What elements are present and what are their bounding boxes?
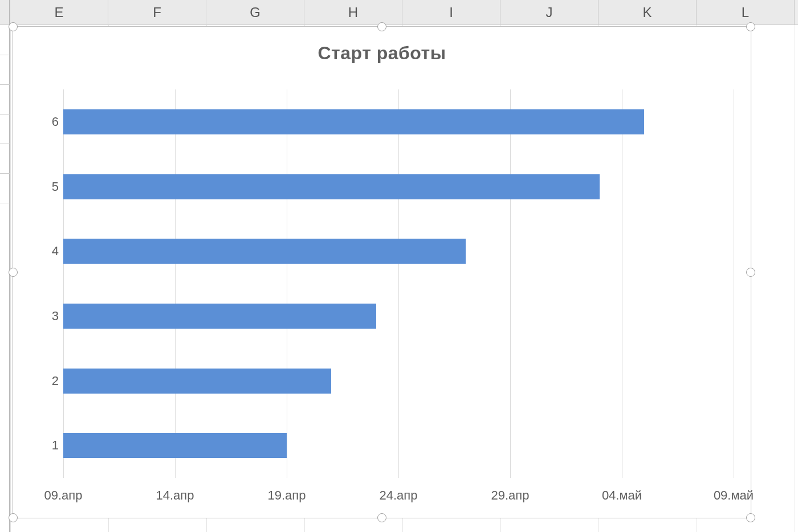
resize-handle-icon[interactable]: [746, 513, 755, 522]
resize-handle-icon[interactable]: [746, 268, 755, 277]
col-header[interactable]: I: [402, 0, 500, 24]
y-tick-label: 6: [36, 114, 59, 129]
gridline: [734, 89, 734, 478]
bar[interactable]: [63, 174, 600, 199]
bar[interactable]: [63, 109, 644, 134]
y-tick-label: 3: [36, 309, 59, 324]
col-header[interactable]: L: [697, 0, 795, 24]
x-tick-label: 14.апр: [156, 488, 194, 503]
bar[interactable]: [63, 239, 466, 264]
resize-handle-icon[interactable]: [9, 513, 18, 522]
x-tick-label: 04.май: [602, 488, 642, 503]
resize-handle-icon[interactable]: [9, 22, 18, 31]
y-tick-label: 1: [36, 438, 59, 453]
bar[interactable]: [63, 304, 376, 329]
plot-area[interactable]: 654321: [36, 89, 734, 478]
gridline: [175, 89, 176, 478]
resize-handle-icon[interactable]: [746, 22, 755, 31]
bar[interactable]: [63, 369, 331, 394]
row-header-gutter: [0, 0, 10, 24]
col-header[interactable]: G: [206, 0, 304, 24]
x-tick-label: 29.апр: [491, 488, 530, 503]
y-tick-label: 5: [36, 179, 59, 194]
y-tick-label: 2: [36, 374, 59, 388]
gridline: [510, 89, 511, 478]
col-header[interactable]: H: [304, 0, 402, 24]
gridline: [287, 89, 287, 478]
col-header[interactable]: K: [598, 0, 697, 24]
x-axis: 09.апр14.апр19.апр24.апр29.апр04.май09.м…: [36, 488, 734, 505]
resize-handle-icon[interactable]: [377, 513, 386, 522]
chart-object[interactable]: Старт работы 654321 09.апр14.апр19.апр24…: [13, 26, 751, 518]
resize-handle-icon[interactable]: [377, 22, 386, 31]
col-header[interactable]: J: [500, 0, 598, 24]
y-tick-label: 4: [36, 244, 59, 259]
gridline: [398, 89, 399, 478]
gridline: [622, 89, 622, 478]
chart-title[interactable]: Старт работы: [13, 27, 751, 75]
x-tick-label: 09.май: [714, 488, 754, 503]
col-header[interactable]: E: [10, 0, 108, 24]
col-header[interactable]: F: [108, 0, 206, 24]
column-headers: E F G H I J K L: [0, 0, 798, 25]
bar[interactable]: [63, 433, 287, 458]
gridline: [63, 89, 64, 478]
x-tick-label: 09.апр: [44, 488, 83, 503]
x-tick-label: 19.апр: [268, 488, 306, 503]
resize-handle-icon[interactable]: [9, 268, 18, 277]
x-tick-label: 24.апр: [380, 488, 418, 503]
